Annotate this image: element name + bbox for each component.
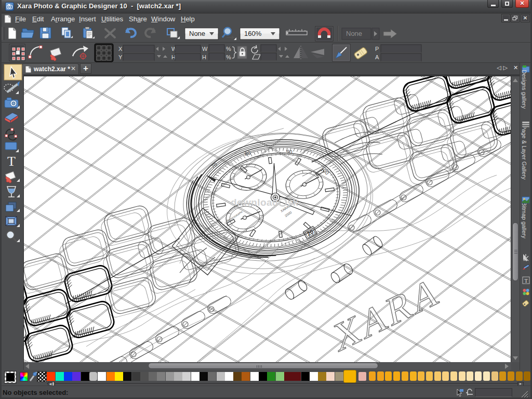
svg-text:Bitmap gallery: Bitmap gallery — [521, 202, 527, 238]
svg-text:Page & Layer Gallery: Page & Layer Gallery — [521, 125, 527, 180]
svg-text:sk: sk — [287, 197, 299, 208]
svg-text:None: None — [189, 30, 205, 37]
svg-text:160%: 160% — [244, 30, 262, 37]
svg-text:None: None — [346, 30, 362, 37]
svg-text:T: T — [524, 277, 528, 284]
svg-text:A: A — [375, 54, 379, 60]
svg-text:Designs gallery: Designs gallery — [521, 70, 527, 109]
svg-text:Y: Y — [118, 54, 123, 60]
svg-text:%: % — [226, 54, 231, 60]
svg-text:%: % — [226, 46, 231, 52]
svg-text:X: X — [118, 46, 123, 52]
svg-text:W: W — [202, 46, 208, 52]
svg-text:90: 90 — [286, 149, 293, 155]
svg-text:P: P — [375, 46, 379, 52]
svg-text:download: download — [231, 197, 278, 208]
svg-text:T: T — [7, 154, 16, 169]
svg-text:H: H — [202, 54, 206, 60]
